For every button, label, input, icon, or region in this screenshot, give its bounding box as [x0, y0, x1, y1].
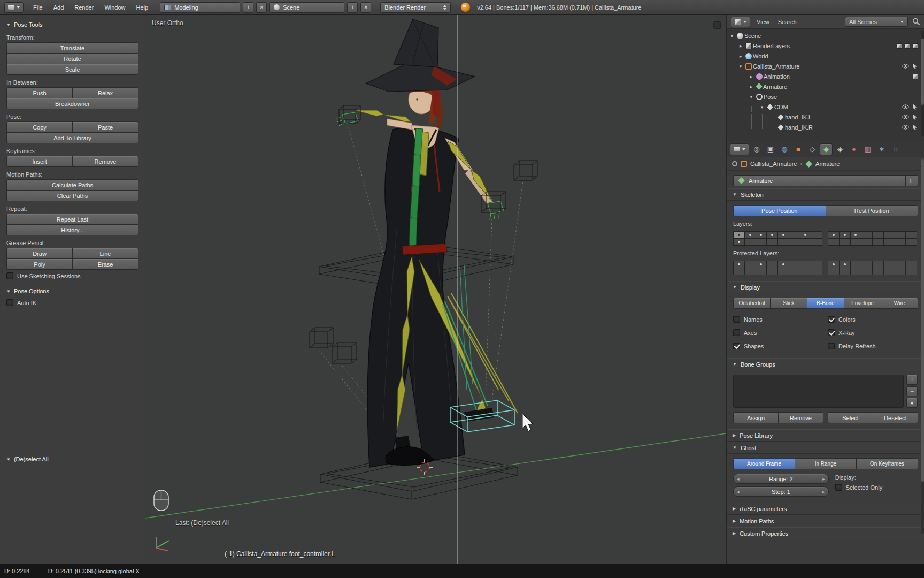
tab-object[interactable]: ■ — [792, 143, 805, 155]
gp-draw-button[interactable]: Draw — [6, 248, 73, 259]
collapse-icon[interactable]: ▸ — [737, 43, 744, 49]
protected-layers-group-1[interactable] — [733, 261, 822, 275]
layer-toggle[interactable] — [734, 261, 744, 268]
protected-layers-group-2[interactable] — [828, 261, 917, 275]
remove-bone-group-button[interactable]: − — [906, 386, 918, 397]
layer-toggle[interactable] — [884, 239, 895, 245]
layer-toggle[interactable] — [851, 239, 861, 245]
rest-position-button[interactable]: Rest Position — [826, 205, 919, 216]
gp-poly-button[interactable]: Poly — [6, 258, 73, 270]
shapes-checkbox[interactable]: Shapes — [733, 343, 823, 349]
menu-window[interactable]: Window — [99, 3, 130, 12]
layer-toggle[interactable] — [745, 268, 756, 275]
outliner-item-callista-armature[interactable]: ▾Callista_Armature — [727, 61, 924, 71]
layer-toggle[interactable] — [828, 268, 839, 275]
select-button[interactable]: Select — [828, 412, 873, 423]
calculate-paths-button[interactable]: Calculate Paths — [6, 179, 138, 191]
screen-layout-selector[interactable]: Modeling — [160, 2, 240, 13]
selectability-cursor-icon[interactable] — [912, 114, 918, 120]
scene-selector[interactable]: Scene — [270, 2, 344, 13]
octahedral-button[interactable]: Octahedral — [733, 298, 771, 309]
selectability-cursor-icon[interactable] — [912, 124, 918, 131]
stick-button[interactable]: Stick — [770, 298, 807, 309]
layer-toggle[interactable] — [851, 261, 861, 268]
armature-layers-group-1[interactable] — [733, 231, 822, 246]
layer-toggle[interactable] — [767, 232, 777, 238]
tab-scene[interactable]: ▣ — [764, 143, 777, 155]
selectability-cursor-icon[interactable] — [912, 104, 918, 110]
render-engine-dropdown[interactable]: Blender Render — [380, 2, 451, 13]
outliner-search-menu[interactable]: Search — [776, 18, 799, 26]
layer-toggle[interactable] — [895, 232, 906, 238]
layer-toggle[interactable] — [895, 239, 906, 245]
add-scene-button[interactable]: + — [347, 2, 358, 13]
tab-physics[interactable]: ◌ — [889, 143, 902, 155]
axes-checkbox[interactable]: Axes — [733, 329, 823, 336]
layer-toggle[interactable] — [756, 268, 767, 275]
visibility-eye-icon[interactable] — [902, 124, 910, 130]
layer-toggle[interactable] — [895, 261, 906, 268]
panel-header-custom-properties[interactable]: ▶Custom Properties — [727, 527, 924, 539]
tab-bone[interactable]: ◈ — [834, 143, 846, 155]
insert-keyframe-button[interactable]: Insert — [6, 156, 73, 167]
layer-toggle[interactable] — [840, 261, 850, 268]
panel-header-ghost[interactable]: ▼Ghost — [727, 442, 924, 454]
layer-toggle[interactable] — [778, 268, 789, 275]
layer-toggle[interactable] — [884, 268, 895, 275]
layer-toggle[interactable] — [745, 239, 756, 245]
layer-toggle[interactable] — [861, 261, 872, 268]
search-icon[interactable] — [912, 18, 920, 26]
outliner-item-pose[interactable]: ▾Pose — [727, 92, 924, 102]
tab-texture[interactable]: ▦ — [861, 143, 874, 155]
panel-header-pose-tools[interactable]: ▼Pose Tools — [6, 19, 138, 30]
tab-render[interactable]: ◎ — [750, 143, 763, 155]
expand-icon[interactable]: ▾ — [729, 33, 735, 39]
gp-line-button[interactable]: Line — [72, 248, 138, 259]
layer-toggle[interactable] — [734, 232, 744, 238]
paste-pose-button[interactable]: Paste — [72, 121, 138, 133]
delete-screen-layout-button[interactable]: × — [256, 2, 267, 13]
slider-right-icon[interactable]: ▸ — [822, 489, 825, 495]
breadcrumb-object[interactable]: Callista_Armature — [750, 161, 797, 167]
layer-toggle[interactable] — [811, 239, 822, 245]
slider-right-icon[interactable]: ▸ — [822, 476, 825, 482]
selected-only-checkbox[interactable]: Selected Only — [835, 484, 918, 491]
menu-help[interactable]: Help — [132, 3, 153, 12]
visibility-eye-icon[interactable] — [902, 104, 910, 110]
tab-particles[interactable]: ∗ — [875, 143, 888, 155]
layer-toggle[interactable] — [778, 239, 789, 245]
fake-user-button[interactable]: F — [905, 175, 918, 186]
layer-toggle[interactable] — [778, 261, 789, 268]
outliner-item-animation[interactable]: ▸Animation — [727, 71, 924, 81]
layer-toggle[interactable] — [800, 268, 811, 275]
add-screen-layout-button[interactable]: + — [243, 2, 253, 13]
collapse-icon[interactable]: ▸ — [748, 84, 754, 89]
editor-type-button[interactable] — [730, 143, 749, 155]
layer-toggle[interactable] — [778, 232, 789, 238]
relax-button[interactable]: Relax — [72, 87, 138, 98]
repeat-last-button[interactable]: Repeat Last — [6, 214, 138, 225]
renderlayer-icon[interactable] — [897, 43, 902, 49]
layer-toggle[interactable] — [840, 239, 850, 245]
properties-scrollbar[interactable] — [921, 159, 924, 534]
tab-armature-data[interactable]: ◆ — [820, 143, 833, 155]
visibility-eye-icon[interactable] — [902, 63, 910, 69]
assign-button[interactable]: Assign — [733, 412, 779, 423]
tab-constraints[interactable]: ◇ — [806, 143, 819, 155]
viewport-canvas[interactable] — [145, 15, 726, 564]
layer-toggle[interactable] — [861, 239, 872, 245]
bone-group-specials-button[interactable]: ▾ — [906, 398, 918, 408]
layer-toggle[interactable] — [884, 261, 895, 268]
editor-type-button[interactable] — [731, 17, 750, 27]
pin-icon[interactable] — [732, 161, 737, 166]
panel-header-bone-groups[interactable]: ▼Bone Groups — [727, 358, 924, 370]
layer-toggle[interactable] — [906, 239, 917, 245]
layer-toggle[interactable] — [767, 268, 777, 275]
layer-toggle[interactable] — [767, 261, 777, 268]
layer-toggle[interactable] — [873, 239, 883, 245]
layer-toggle[interactable] — [789, 239, 800, 245]
layer-toggle[interactable] — [906, 232, 917, 238]
tab-world[interactable]: ◍ — [778, 143, 791, 155]
ghost-around-frame-button[interactable]: Around Frame — [733, 458, 795, 469]
use-sketching-checkbox[interactable]: Use Sketching Sessions — [6, 272, 138, 279]
